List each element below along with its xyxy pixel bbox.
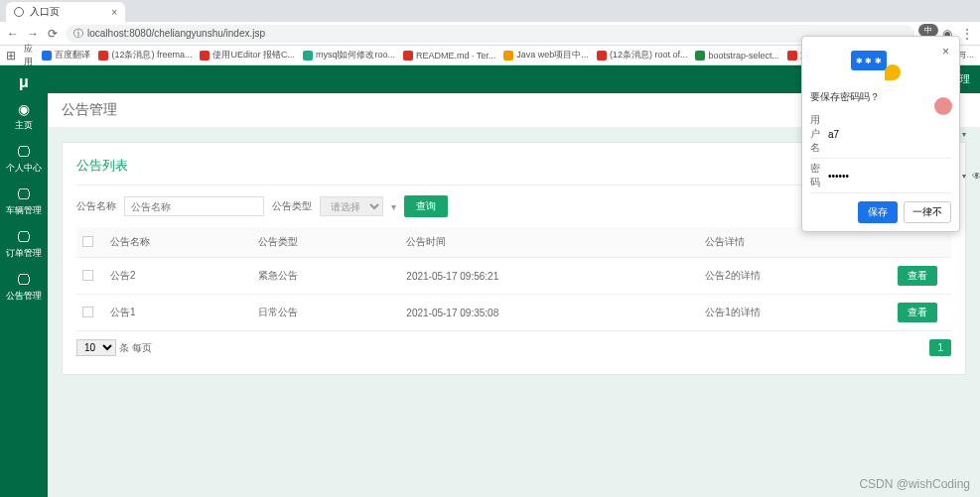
filter-name-label: 公告名称 <box>76 199 116 213</box>
view-button[interactable]: 查看 <box>898 303 937 322</box>
page-size-label: 条 每页 <box>119 342 152 353</box>
cell-name: 公告1 <box>104 295 252 331</box>
password-illustration: ✱ ✱ ✱ <box>851 51 910 80</box>
close-icon[interactable]: × <box>942 45 949 59</box>
key-icon <box>885 64 901 80</box>
checkbox-all[interactable] <box>82 236 93 247</box>
bookmark-icon <box>695 51 705 61</box>
monitor-icon: 🖵 <box>0 272 48 288</box>
cell-type: 紧急公告 <box>252 258 400 295</box>
chrome-tabstrip: 入口页 × <box>0 0 980 22</box>
bookmark-item[interactable]: 使用UEditor 报错C... <box>200 49 295 62</box>
page-number[interactable]: 1 <box>929 339 951 356</box>
bookmark-item[interactable]: (12条消息) root of... <box>597 49 688 62</box>
cell-time: 2021-05-17 09:56:21 <box>400 258 699 295</box>
cell-detail: 公告2的详情 <box>699 258 892 295</box>
password-label: 密码 <box>810 162 820 189</box>
monitor-icon: 🖵 <box>0 186 48 202</box>
page-size-select[interactable]: 10 <box>76 339 116 356</box>
sidebar-item-home[interactable]: ◉主页 <box>0 95 48 138</box>
sidebar-item-profile[interactable]: 🖵个人中心 <box>0 138 48 181</box>
cell-name: 公告2 <box>104 258 252 295</box>
col-name: 公告名称 <box>104 227 252 258</box>
bookmark-icon <box>303 51 313 61</box>
bookmark-icon <box>42 51 52 61</box>
omnibox[interactable]: ⓘ localhost:8080/cheliangyunshu/index.js… <box>66 25 914 43</box>
save-password-popup: ✱ ✱ ✱ × 要保存密码吗？ 用户名 ▾ 密码 ▾ 👁 保存 一律不 <box>801 36 960 232</box>
chevron-down-icon[interactable]: ▾ <box>962 130 966 139</box>
popup-title: 要保存密码吗？ <box>810 90 951 110</box>
bookmark-icon <box>98 51 108 61</box>
chevron-down-icon[interactable]: ▾ <box>391 201 396 212</box>
dashboard-icon: ◉ <box>0 101 48 117</box>
bookmark-item[interactable]: bootstrap-select... <box>695 51 779 61</box>
bookmark-icon <box>503 51 513 61</box>
tab-title: 入口页 <box>30 5 60 19</box>
bookmark-icon <box>597 51 607 61</box>
view-button[interactable]: 查看 <box>898 266 937 286</box>
cell-detail: 公告1的详情 <box>699 295 892 331</box>
bookmark-item[interactable]: README.md · Ter... <box>403 51 495 61</box>
info-icon: ⓘ <box>73 27 83 41</box>
bookmark-item[interactable]: Java web项目中... <box>503 49 589 62</box>
reload-icon[interactable]: ⟳ <box>46 27 60 41</box>
sidebar: μ ◉主页 🖵个人中心 🖵车辆管理 🖵订单管理 🖵公告管理 <box>0 65 48 497</box>
monitor-icon: 🖵 <box>0 229 48 245</box>
bookmark-icon <box>200 51 210 61</box>
globe-icon <box>14 7 24 17</box>
chevron-down-icon[interactable]: ▾ <box>962 172 966 181</box>
menu-icon[interactable]: ⋮ <box>960 27 974 41</box>
query-button[interactable]: 查询 <box>404 195 448 217</box>
url-text: localhost:8080/cheliangyunshu/index.jsp <box>87 28 265 39</box>
filter-type-select[interactable]: 请选择 <box>320 196 383 216</box>
save-button[interactable]: 保存 <box>858 201 898 223</box>
username-field[interactable] <box>826 127 956 142</box>
monitor-icon: 🖵 <box>0 144 48 160</box>
watermark: CSDN @wishCoding <box>859 477 970 491</box>
row-checkbox[interactable] <box>82 307 93 317</box>
eye-icon[interactable]: 👁 <box>972 171 980 182</box>
sidebar-item-vehicle[interactable]: 🖵车辆管理 <box>0 181 48 223</box>
never-button[interactable]: 一律不 <box>904 201 951 223</box>
bookmark-item[interactable]: 百度翻译 <box>42 49 90 62</box>
back-icon[interactable]: ← <box>6 27 20 41</box>
col-time: 公告时间 <box>400 227 699 258</box>
sidebar-item-notice[interactable]: 🖵公告管理 <box>0 266 48 309</box>
col-type: 公告类型 <box>252 227 400 258</box>
password-field[interactable] <box>826 169 956 184</box>
bookmark-icon <box>403 51 413 61</box>
username-label: 用户名 <box>810 113 820 155</box>
card-icon: ✱ ✱ ✱ <box>851 51 887 70</box>
close-tab-icon[interactable]: × <box>111 7 117 18</box>
app-logo[interactable]: μ <box>19 69 29 95</box>
apps-icon[interactable]: ⊞ <box>6 49 16 62</box>
table-row: 公告2 紧急公告 2021-05-17 09:56:21 公告2的详情 查看 <box>76 258 951 295</box>
apps-label[interactable]: 应用 <box>24 43 34 68</box>
forward-icon[interactable]: → <box>26 27 40 41</box>
bookmark-item[interactable]: mysql如何修改roo... <box>303 49 395 62</box>
filter-name-input[interactable] <box>124 196 264 216</box>
sidebar-item-order[interactable]: 🖵订单管理 <box>0 223 48 266</box>
pagination: 10 条 每页 1 <box>76 331 951 364</box>
table-row: 公告1 日常公告 2021-05-17 09:35:08 公告1的详情 查看 <box>76 295 951 331</box>
notice-table: 公告名称 公告类型 公告时间 公告详情 公告2 紧急公告 2021-05-17 … <box>76 227 951 331</box>
filter-type-label: 公告类型 <box>272 199 312 213</box>
cell-type: 日常公告 <box>252 295 400 331</box>
row-checkbox[interactable] <box>82 270 93 281</box>
browser-tab[interactable]: 入口页 × <box>6 2 125 22</box>
bookmark-item[interactable]: (12条消息) freema... <box>98 49 192 62</box>
bookmark-icon <box>787 51 797 61</box>
cell-time: 2021-05-17 09:35:08 <box>400 295 699 331</box>
